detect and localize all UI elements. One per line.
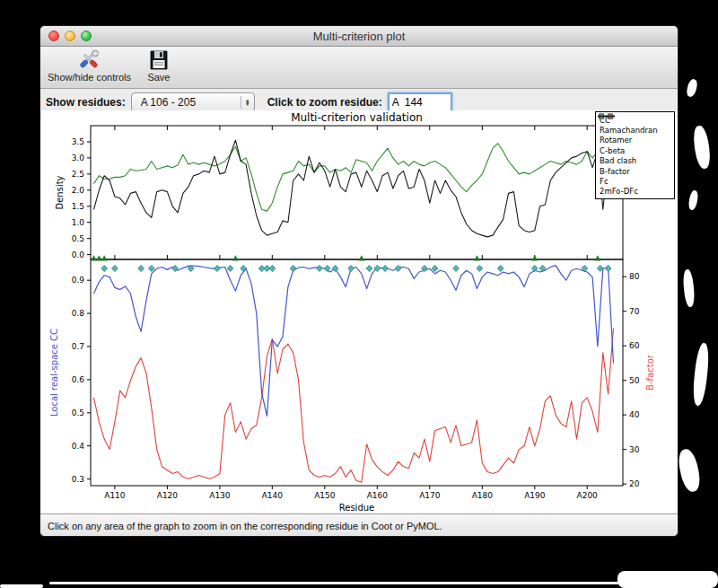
bad-clash-marker [101, 265, 108, 271]
bad-clash-marker [112, 265, 118, 271]
residue-range-value: A 106 - 205 [141, 96, 241, 109]
legend-label: 2mFo-DFc [600, 187, 638, 196]
svg-text:0.8: 0.8 [72, 309, 85, 318]
legend-label: Ramachandran [600, 126, 658, 135]
plot-canvas[interactable]: Multi-criterion validationDensityLocal r… [41, 110, 677, 513]
save-label: Save [147, 72, 170, 83]
status-text: Click on any area of the graph to zoom i… [48, 521, 442, 531]
edge-artifact [0, 584, 43, 588]
legend-label: C-beta [600, 146, 625, 155]
window-controls [48, 31, 92, 41]
density-axis-label: Density [55, 175, 65, 209]
svg-text:A140: A140 [262, 491, 284, 500]
svg-text:3.0: 3.0 [72, 154, 85, 162]
svg-text:70: 70 [629, 307, 640, 316]
svg-text:40: 40 [629, 410, 640, 419]
bad-clash-marker [227, 265, 233, 271]
svg-text:0.5: 0.5 [72, 408, 84, 417]
bad-clash-marker [215, 265, 221, 271]
rotamer-outlier-marker [359, 255, 364, 260]
bad-clash-marker [324, 265, 330, 271]
bad-clash-marker [290, 265, 296, 271]
rotamer-outlier-marker [91, 255, 96, 260]
close-button[interactable] [48, 31, 59, 41]
bad-clash-marker [366, 265, 372, 271]
rotamer-outlier-marker [232, 255, 238, 260]
bad-clash-marker [432, 265, 438, 271]
legend-label: Rotamer [600, 136, 632, 145]
zoom-residue-input[interactable] [388, 92, 452, 112]
show-residues-label: Show residues: [46, 96, 126, 109]
app-window: Multi-criterion plot Show/hide controls [39, 25, 679, 537]
edge-artifact [617, 571, 718, 588]
plot-legend: CCRamachandranRotamerC-betaBad clashB-fa… [595, 111, 675, 199]
edge-artifact [686, 78, 699, 98]
legend-item-fc: Fc [600, 176, 672, 186]
chart-title: Multi-criterion validation [291, 111, 423, 124]
edge-artifact [687, 189, 699, 210]
save-button[interactable]: Save [145, 48, 172, 83]
svg-text:A120: A120 [157, 491, 179, 500]
svg-text:60: 60 [629, 341, 640, 350]
bad-clash-marker [477, 265, 483, 271]
edge-artifact [692, 125, 713, 170]
svg-text:30: 30 [629, 445, 640, 454]
minimize-button[interactable] [65, 31, 75, 41]
window-title: Multi-criterion plot [313, 30, 406, 43]
2mfo-dfc-legend-marker-icon [596, 112, 617, 120]
multi-criterion-plot[interactable]: Multi-criterion validationDensityLocal r… [41, 110, 677, 513]
title-bar[interactable]: Multi-criterion plot [40, 26, 678, 47]
bad-clash-marker [241, 265, 247, 271]
svg-text:2.0: 2.0 [72, 186, 85, 195]
svg-text:A150: A150 [314, 491, 336, 500]
svg-text:50: 50 [629, 376, 640, 385]
svg-text:A130: A130 [209, 491, 231, 500]
zoom-button[interactable] [81, 31, 92, 41]
show-hide-controls-button[interactable]: Show/hide controls [46, 48, 133, 83]
svg-text:A170: A170 [419, 491, 441, 500]
svg-text:1.0: 1.0 [72, 218, 85, 227]
residue-axis-label: Residue [339, 503, 374, 513]
svg-text:A180: A180 [472, 491, 494, 500]
tools-icon [77, 48, 101, 72]
zoom-residue-label: Click to zoom residue: [267, 96, 382, 109]
legend-label: B-factor [600, 167, 630, 176]
legend-label: Bad clash [600, 156, 636, 165]
bad-clash-marker [348, 265, 355, 271]
screenshot-root: { "window": { "title": "Multi-criterion … [0, 0, 718, 588]
svg-text:0.9: 0.9 [72, 276, 85, 285]
svg-text:A200: A200 [577, 491, 599, 500]
bad-clash-marker [382, 265, 389, 271]
edge-artifact [676, 447, 703, 493]
svg-text:A160: A160 [367, 491, 389, 500]
legend-item-2mfo-dfc: 2mFo-DFc [600, 187, 672, 197]
bfactor-axis-label: B-factor [645, 354, 655, 391]
show-hide-controls-label: Show/hide controls [48, 72, 131, 83]
bad-clash-marker [497, 265, 503, 271]
cc-axis-label: Local real-space CC [49, 329, 59, 417]
bad-clash-marker [605, 265, 611, 271]
svg-text:20: 20 [629, 479, 640, 488]
svg-text:A110: A110 [104, 491, 126, 500]
legend-item-ramachandran: Ramachandran [600, 125, 672, 135]
svg-text:A190: A190 [524, 491, 546, 500]
legend-label: Fc [600, 177, 609, 186]
bad-clash-marker [395, 265, 401, 271]
rotamer-outlier-marker [532, 255, 538, 260]
svg-text:0.6: 0.6 [72, 375, 85, 384]
residue-range-select[interactable]: A 106 - 205 ▲▼ [131, 92, 255, 112]
rotamer-outlier-marker [474, 255, 479, 260]
stepper-arrows-icon: ▲▼ [241, 96, 250, 109]
status-bar: Click on any area of the graph to zoom i… [40, 513, 678, 537]
edge-artifact [691, 342, 710, 406]
legend-item-bad-clash: Bad clash [600, 156, 672, 166]
svg-text:80: 80 [629, 272, 640, 281]
bad-clash-marker [148, 265, 154, 271]
bad-clash-marker [332, 265, 338, 271]
legend-item-rotamer: Rotamer [600, 136, 672, 145]
bad-clash-marker [453, 265, 460, 271]
svg-text:0.0: 0.0 [72, 250, 85, 259]
svg-text:0.5: 0.5 [72, 234, 84, 243]
bad-clash-marker [317, 265, 323, 271]
legend-item-c-beta: C-beta [600, 145, 672, 155]
